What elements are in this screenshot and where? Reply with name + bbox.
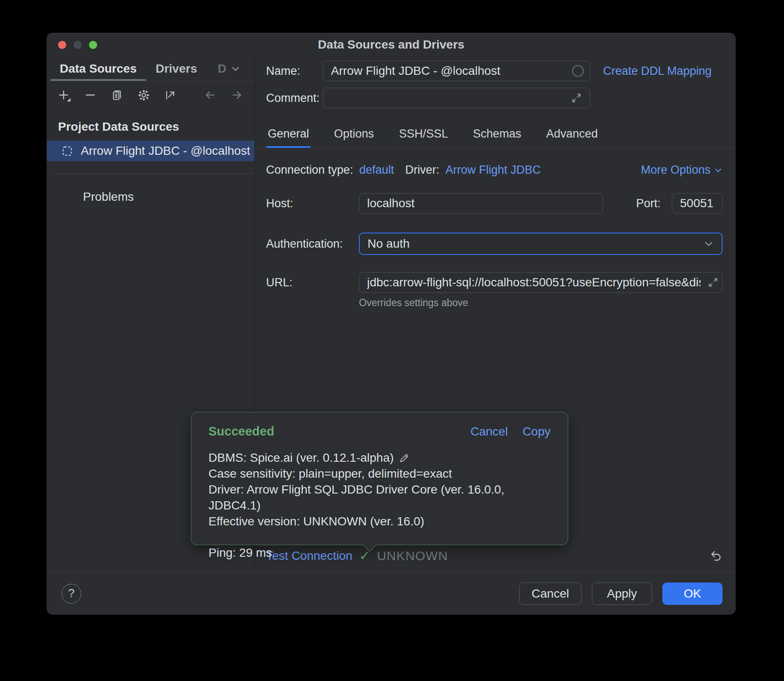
- undo-icon[interactable]: [710, 549, 723, 562]
- popup-case-line: Case sensitivity: plain=upper, delimited…: [208, 466, 551, 482]
- sidebar-separator: [55, 173, 254, 174]
- authentication-label: Authentication:: [266, 237, 359, 251]
- url-hint: Overrides settings above: [359, 297, 723, 309]
- apply-button[interactable]: Apply: [592, 583, 652, 605]
- comment-row: Comment:: [266, 88, 723, 108]
- tab-overflow[interactable]: D: [206, 56, 243, 81]
- expand-icon[interactable]: [707, 277, 719, 288]
- popup-version-line: Effective version: UNKNOWN (ver. 16.0): [208, 513, 551, 529]
- minimize-window-button[interactable]: [74, 41, 82, 49]
- zoom-window-button[interactable]: [89, 41, 97, 49]
- traffic-lights: [58, 41, 97, 49]
- comment-input[interactable]: [323, 88, 590, 108]
- back-arrow-icon[interactable]: [204, 89, 217, 101]
- chevron-down-icon: [231, 64, 240, 74]
- connection-type-label: Connection type:: [266, 163, 353, 177]
- data-source-label: Arrow Flight JDBC - @localhost: [81, 144, 250, 158]
- popup-cancel-link[interactable]: Cancel: [470, 425, 508, 439]
- url-input[interactable]: jdbc:arrow-flight-sql://localhost:50051?…: [359, 272, 723, 293]
- test-connection-result-popup: Succeeded Cancel Copy DBMS: Spice.ai (ve…: [191, 412, 568, 545]
- chevron-down-icon: [714, 166, 723, 175]
- connection-type-value-link[interactable]: default: [359, 163, 394, 177]
- window-title: Data Sources and Drivers: [318, 38, 465, 52]
- url-row: URL: jdbc:arrow-flight-sql://localhost:5…: [266, 272, 723, 293]
- help-button[interactable]: ?: [61, 584, 81, 604]
- titlebar: Data Sources and Drivers: [47, 33, 735, 56]
- close-window-button[interactable]: [58, 41, 66, 49]
- name-row: Name: Arrow Flight JDBC - @localhost Cre…: [266, 61, 723, 81]
- add-icon[interactable]: [57, 89, 70, 101]
- footer: ? Cancel Apply OK: [47, 572, 735, 614]
- popup-status: Succeeded: [208, 424, 274, 439]
- expand-icon[interactable]: [571, 92, 582, 104]
- forward-arrow-icon[interactable]: [230, 89, 243, 101]
- settings-gear-icon[interactable]: [137, 89, 150, 101]
- name-label: Name:: [266, 64, 323, 78]
- host-input[interactable]: localhost: [359, 193, 603, 214]
- tab-ssh-ssl[interactable]: SSH/SSL: [397, 121, 450, 147]
- comment-label: Comment:: [266, 92, 323, 105]
- authentication-select[interactable]: No auth: [359, 233, 723, 255]
- settings-tabs: General Options SSH/SSL Schemas Advanced: [255, 121, 735, 148]
- create-ddl-mapping-link[interactable]: Create DDL Mapping: [603, 64, 712, 78]
- project-data-sources-header: Project Data Sources: [47, 109, 254, 134]
- progress-ring-icon: [572, 65, 584, 77]
- ok-button[interactable]: OK: [662, 583, 723, 605]
- popup-ping-line: Ping: 29 ms: [208, 545, 551, 561]
- popup-dbms-line: DBMS: Spice.ai (ver. 0.12.1-alpha): [208, 450, 551, 466]
- tab-drivers[interactable]: Drivers: [146, 56, 207, 81]
- cancel-button[interactable]: Cancel: [519, 583, 582, 605]
- tab-options[interactable]: Options: [332, 121, 376, 147]
- port-label: Port:: [624, 197, 661, 210]
- tab-advanced[interactable]: Advanced: [545, 121, 600, 147]
- data-sources-dialog: Data Sources and Drivers Data Sources Dr…: [46, 33, 736, 615]
- duplicate-icon[interactable]: [110, 89, 123, 101]
- popup-copy-link[interactable]: Copy: [523, 425, 551, 439]
- add-dropdown-corner: [67, 98, 70, 101]
- name-input[interactable]: Arrow Flight JDBC - @localhost: [323, 61, 590, 81]
- data-source-icon: [61, 145, 73, 157]
- sidebar-item-problems[interactable]: Problems: [47, 190, 254, 204]
- popup-driver-line: Driver: Arrow Flight SQL JDBC Driver Cor…: [208, 482, 551, 513]
- authentication-row: Authentication: No auth: [266, 233, 723, 255]
- driver-label: Driver:: [405, 163, 440, 177]
- host-row: Host: localhost Port: 50051: [266, 193, 723, 214]
- open-in-new-window-icon[interactable]: [164, 89, 177, 101]
- tab-general[interactable]: General: [266, 121, 311, 147]
- sidebar-tabstrip: Data Sources Drivers D: [47, 56, 254, 81]
- more-options-link[interactable]: More Options: [641, 163, 723, 177]
- host-label: Host:: [266, 197, 359, 210]
- chevron-down-icon: [704, 239, 714, 249]
- tab-schemas[interactable]: Schemas: [471, 121, 523, 147]
- tab-data-sources[interactable]: Data Sources: [50, 56, 146, 81]
- data-source-item-selected[interactable]: Arrow Flight JDBC - @localhost: [47, 141, 254, 161]
- connection-type-row: Connection type: default Driver: Arrow F…: [266, 163, 723, 177]
- driver-value-link[interactable]: Arrow Flight JDBC: [445, 163, 541, 177]
- remove-icon[interactable]: [84, 89, 97, 101]
- port-input[interactable]: 50051: [672, 193, 723, 214]
- sidebar-toolbar: [47, 81, 254, 109]
- edit-pencil-icon[interactable]: [399, 452, 410, 463]
- url-label: URL:: [266, 276, 359, 289]
